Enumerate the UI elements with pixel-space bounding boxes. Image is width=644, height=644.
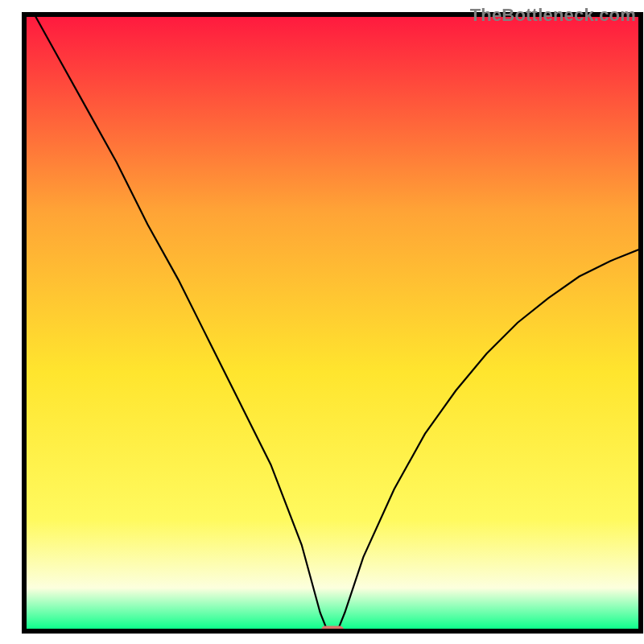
gradient-background [24,14,641,631]
bottleneck-chart: TheBottleneck.com [0,0,644,644]
chart-svg [0,0,644,644]
watermark-text: TheBottleneck.com [470,5,636,26]
